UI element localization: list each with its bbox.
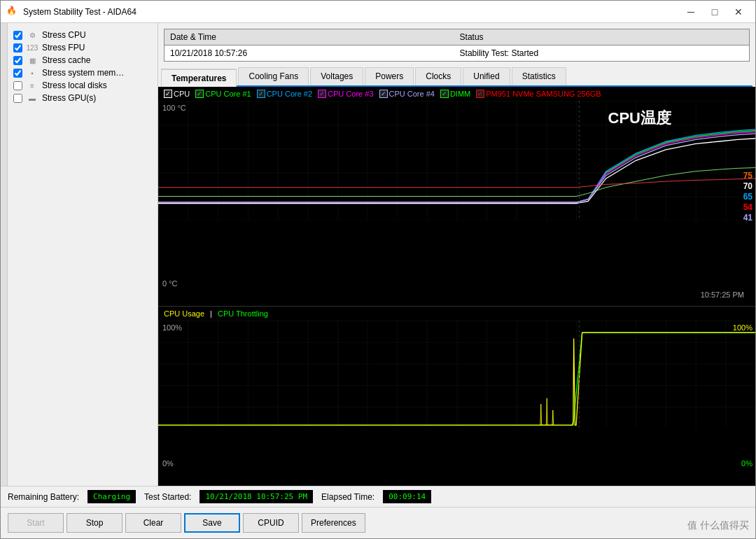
stress-checkbox-cpu[interactable] — [13, 31, 22, 40]
legend-item-usage-CPU_Throttling: CPU Throttling — [218, 309, 268, 318]
charts-area: CPU温度 ✓CPU✓CPU Core #1✓CPU Core #2✓CPU C… — [158, 87, 755, 486]
temp-y-min: 0 °C — [162, 279, 178, 288]
main-content: ⚙Stress CPU123Stress FPU▦Stress cache▪St… — [1, 23, 755, 486]
legend-checkbox-temp[interactable]: ✓ — [440, 90, 449, 98]
col-status: Status — [454, 29, 750, 46]
watermark: 值 什么值得买 — [687, 519, 749, 532]
usage-right-bottom: 0% — [741, 459, 752, 468]
legend-checkbox-temp[interactable]: ✓ — [476, 90, 484, 98]
stress-checkbox-fpu[interactable] — [13, 43, 22, 52]
stress-item-disks[interactable]: ≡Stress local disks — [10, 79, 155, 92]
stress-item-memory[interactable]: ▪Stress system mem… — [10, 66, 155, 79]
stress-item-fpu[interactable]: 123Stress FPU — [10, 41, 155, 54]
minimize-button[interactable]: ─ — [680, 4, 702, 20]
app-icon: 🔥 — [6, 6, 19, 18]
legend-label: CPU — [174, 90, 190, 98]
legend-label: CPU Throttling — [218, 309, 268, 318]
stress-item-gpu[interactable]: ▬Stress GPU(s) — [10, 92, 155, 104]
table-cell: Stability Test: Started — [454, 46, 750, 62]
tab-statistics[interactable]: Statistics — [512, 67, 566, 85]
legend-label: CPU Core #2 — [267, 90, 312, 98]
usage-chart-svg — [158, 321, 755, 428]
stress-options-panel: ⚙Stress CPU123Stress FPU▦Stress cache▪St… — [8, 23, 158, 486]
stress-icon-gpu: ▬ — [25, 93, 39, 103]
legend-separator: | — [210, 309, 212, 318]
save-button[interactable]: Save — [184, 513, 240, 533]
stress-label-cache: Stress cache — [42, 55, 90, 65]
cpuid-button[interactable]: CPUID — [243, 513, 299, 533]
test-started-label: Test Started: — [144, 492, 191, 502]
legend-item-temp-CPU_Core_#1: ✓CPU Core #1 — [195, 90, 251, 98]
stress-icon-fpu: 123 — [25, 43, 39, 52]
legend-item-temp-CPU_Core_#2: ✓CPU Core #2 — [257, 90, 312, 98]
close-button[interactable]: ✕ — [727, 4, 750, 20]
svg-rect-2 — [158, 321, 755, 428]
elapsed-label: Elapsed Time: — [321, 492, 374, 502]
battery-value: Charging — [88, 490, 136, 503]
tab-powers[interactable]: Powers — [365, 67, 414, 85]
legend-label: CPU Core #4 — [389, 90, 435, 98]
stress-checkbox-cache[interactable] — [13, 56, 22, 65]
legend-label: DIMM — [450, 90, 470, 98]
stress-label-disks: Stress local disks — [42, 80, 107, 90]
stress-label-cpu: Stress CPU — [42, 30, 86, 40]
info-area — [10, 106, 155, 111]
stress-icon-memory: ▪ — [25, 68, 39, 78]
legend-item-temp-PM951_NVMe_SAMSUNG_256GB: ✓PM951 NVMe SAMSUNG 256GB — [476, 90, 601, 98]
usage-y-min: 0% — [162, 459, 174, 468]
stress-item-cache[interactable]: ▦Stress cache — [10, 54, 155, 66]
tab-unified[interactable]: Unified — [463, 67, 510, 85]
stress-icon-cpu: ⚙ — [25, 30, 39, 40]
stress-label-fpu: Stress FPU — [42, 43, 85, 52]
stress-label-memory: Stress system mem… — [42, 68, 124, 78]
stress-icon-disks: ≡ — [25, 80, 39, 90]
stress-checkbox-memory[interactable] — [13, 69, 22, 78]
legend-checkbox-temp[interactable]: ✓ — [164, 90, 172, 98]
legend-checkbox-temp[interactable]: ✓ — [257, 90, 265, 98]
legend-label: PM951 NVMe SAMSUNG 256GB — [486, 90, 601, 98]
titlebar: 🔥 System Stability Test - AIDA64 ─ □ ✕ — [1, 1, 755, 23]
temperature-chart: ✓CPU✓CPU Core #1✓CPU Core #2✓CPU Core #3… — [158, 87, 755, 307]
titlebar-buttons: ─ □ ✕ — [680, 4, 750, 20]
legend-checkbox-temp[interactable]: ✓ — [318, 90, 326, 98]
stress-label-gpu: Stress GPU(s) — [42, 93, 96, 103]
sidebar-strip — [1, 23, 8, 486]
legend-item-temp-CPU: ✓CPU — [164, 90, 190, 98]
usage-legend: CPU Usage | CPU Throttling — [158, 307, 755, 321]
stop-button[interactable]: Stop — [66, 513, 122, 533]
legend-item-temp-DIMM: ✓DIMM — [440, 90, 470, 98]
test-started-value: 10/21/2018 10:57:25 PM — [200, 490, 313, 503]
tabs-row: TemperaturesCooling FansVoltagesPowersCl… — [161, 67, 752, 87]
stress-icon-cache: ▦ — [25, 55, 39, 65]
legend-item-temp-CPU_Core_#3: ✓CPU Core #3 — [318, 90, 373, 98]
elapsed-value: 00:09:14 — [383, 490, 431, 503]
temp-time-label: 10:57:25 PM — [701, 290, 744, 299]
stress-item-cpu[interactable]: ⚙Stress CPU — [10, 29, 155, 41]
tab-voltages[interactable]: Voltages — [310, 67, 363, 85]
usage-chart: CPU Usage | CPU Throttling 100% 0% 100% … — [158, 307, 755, 486]
legend-item-temp-CPU_Core_#4: ✓CPU Core #4 — [379, 90, 435, 98]
usage-canvas: 100% 0% 100% 0% — [158, 321, 755, 482]
legend-checkbox-temp[interactable]: ✓ — [195, 90, 204, 98]
legend-label: CPU Core #3 — [328, 90, 373, 98]
clear-button[interactable]: Clear — [125, 513, 181, 533]
main-window: 🔥 System Stability Test - AIDA64 ─ □ ✕ ⚙… — [0, 0, 756, 539]
window-title: System Stability Test - AIDA64 — [23, 7, 680, 17]
right-panel: Date & Time Status 10/21/2018 10:57:26St… — [158, 23, 755, 486]
legend-label: CPU Core #1 — [205, 90, 251, 98]
battery-label: Remaining Battery: — [8, 492, 79, 502]
legend-label: CPU Usage — [164, 309, 204, 318]
tab-cooling[interactable]: Cooling Fans — [238, 67, 309, 85]
info-table-container: Date & Time Status 10/21/2018 10:57:26St… — [158, 23, 755, 67]
maximize-button[interactable]: □ — [704, 4, 726, 20]
tab-temperatures[interactable]: Temperatures — [161, 69, 237, 87]
stress-checkbox-gpu[interactable] — [13, 94, 22, 103]
temp-canvas: 100 °C 0 °C 10:57:25 PM 7570655441 — [158, 101, 755, 302]
stress-checkbox-disks[interactable] — [13, 81, 22, 90]
legend-checkbox-temp[interactable]: ✓ — [379, 90, 388, 98]
button-bar: StartStopClearSaveCPUIDPreferences — [1, 507, 755, 538]
status-bar: Remaining Battery: Charging Test Started… — [1, 486, 755, 507]
preferences-button[interactable]: Preferences — [302, 513, 365, 533]
tab-clocks[interactable]: Clocks — [415, 67, 461, 85]
temp-legend: ✓CPU✓CPU Core #1✓CPU Core #2✓CPU Core #3… — [158, 87, 755, 101]
